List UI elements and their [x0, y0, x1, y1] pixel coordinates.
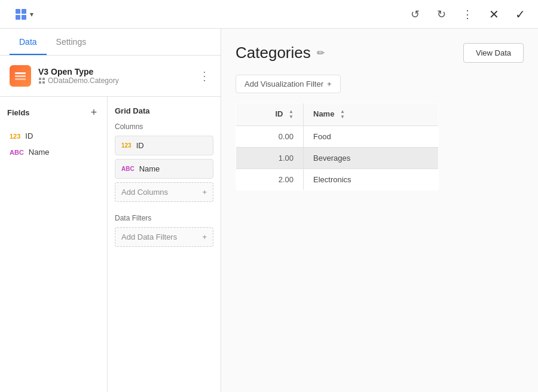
add-field-button[interactable]: +: [88, 106, 100, 118]
view-data-button[interactable]: View Data: [463, 43, 524, 63]
datasource-title: V3 Open Type: [38, 67, 191, 76]
svg-rect-1: [22, 9, 26, 14]
redo-button[interactable]: ↻: [433, 6, 450, 23]
add-vis-filter-label: Add Visualization Filter: [244, 79, 323, 88]
confirm-button[interactable]: ✓: [512, 6, 528, 23]
field-type-num-icon: 123: [10, 133, 20, 140]
chip-type-abc-icon: ABC: [121, 166, 134, 172]
field-item-name[interactable]: ABC Name: [7, 144, 100, 160]
svg-rect-4: [15, 72, 26, 74]
top-bar: ▾ ↺ ↻ ⋮ ✕ ✓: [0, 0, 538, 29]
add-columns-button[interactable]: Add Columns +: [115, 182, 213, 202]
svg-rect-6: [15, 78, 26, 80]
add-filters-plus-icon: +: [202, 232, 207, 241]
column-name-label: Name: [313, 109, 334, 118]
main-layout: Data Settings V3 Open Type: [0, 29, 538, 392]
column-header-id[interactable]: ID ▲▼: [236, 103, 304, 126]
datasource-subtitle: ODataDemo.Category: [38, 76, 191, 85]
add-vis-filter-plus-icon: +: [327, 79, 332, 88]
fields-header: Fields +: [7, 106, 100, 118]
svg-rect-9: [39, 81, 41, 84]
close-button[interactable]: ✕: [485, 6, 502, 23]
field-name-name: Name: [29, 148, 50, 157]
title-area: Categories ✏: [236, 44, 325, 62]
column-chip-id[interactable]: 123 ID: [115, 136, 213, 155]
svg-rect-2: [16, 15, 20, 20]
chip-type-num-icon: 123: [121, 142, 132, 149]
field-item-id[interactable]: 123 ID: [7, 128, 100, 144]
right-panel: Categories ✏ View Data Add Visualization…: [221, 29, 538, 392]
filter-bar: Add Visualization Filter +: [236, 75, 524, 93]
column-chip-name[interactable]: ABC Name: [115, 159, 213, 179]
tabs: Data Settings: [0, 29, 221, 56]
table-header-row: ID ▲▼ Name ▲▼: [236, 103, 439, 126]
chip-label-name: Name: [139, 164, 160, 173]
svg-rect-3: [22, 15, 26, 20]
svg-rect-5: [15, 75, 26, 77]
column-id-label: ID: [275, 109, 283, 118]
fields-column: Fields + 123 ID ABC Name: [0, 97, 108, 392]
data-filters-section: Data Filters Add Data Filters +: [115, 214, 213, 247]
svg-rect-7: [39, 78, 41, 80]
svg-rect-8: [42, 78, 45, 80]
add-filters-button[interactable]: Add Data Filters +: [115, 227, 213, 247]
cell-id-1: 1.00: [236, 148, 304, 169]
data-filters-title: Data Filters: [115, 214, 213, 222]
page-title: Categories: [236, 44, 311, 62]
cell-id-0: 0.00: [236, 126, 304, 148]
tab-data[interactable]: Data: [10, 29, 47, 55]
sort-arrows-name: ▲▼: [340, 109, 345, 120]
sort-arrows-id: ▲▼: [289, 109, 294, 120]
datasource-text: V3 Open Type ODataDemo.Category: [38, 67, 191, 85]
table-icon: [38, 77, 45, 84]
left-content: Fields + 123 ID ABC Name Grid Data Colum…: [0, 97, 221, 392]
table-row: 2.00 Electronics: [236, 169, 439, 191]
grid-data-title: Grid Data: [115, 106, 213, 115]
add-columns-label: Add Columns: [121, 188, 168, 197]
left-panel: Data Settings V3 Open Type: [0, 29, 221, 392]
chevron-down-icon: ▾: [30, 10, 33, 19]
more-options-button[interactable]: ⋮: [459, 6, 476, 23]
grid-view-button[interactable]: ▾: [10, 5, 38, 23]
column-header-name[interactable]: Name ▲▼: [304, 103, 439, 126]
datasource-menu-button[interactable]: ⋮: [198, 69, 211, 83]
grid-icon: [14, 8, 27, 21]
add-filters-label: Add Data Filters: [121, 232, 177, 241]
cell-name-1: Beverages: [304, 148, 439, 169]
top-bar-left: ▾: [10, 5, 38, 23]
undo-button[interactable]: ↺: [406, 6, 423, 23]
fields-title: Fields: [7, 108, 30, 117]
grid-data-column: Grid Data Columns 123 ID ABC Name Add Co…: [108, 97, 221, 392]
categories-table: ID ▲▼ Name ▲▼ 0.00 Food: [236, 103, 439, 191]
top-bar-right: ↺ ↻ ⋮ ✕ ✓: [406, 6, 528, 23]
datasource-icon: [10, 65, 31, 87]
svg-rect-10: [42, 81, 45, 84]
svg-rect-0: [16, 9, 20, 14]
cell-name-0: Food: [304, 126, 439, 148]
right-header: Categories ✏ View Data: [236, 43, 524, 63]
columns-section-title: Columns: [115, 122, 213, 131]
add-columns-plus-icon: +: [202, 188, 207, 197]
cell-name-2: Electronics: [304, 169, 439, 191]
datasource-info: V3 Open Type ODataDemo.Category ⋮: [0, 56, 221, 97]
table-row: 0.00 Food: [236, 126, 439, 148]
field-type-abc-icon: ABC: [10, 149, 24, 156]
table-row: 1.00 Beverages: [236, 148, 439, 169]
tab-settings[interactable]: Settings: [47, 29, 96, 55]
add-visualization-filter-button[interactable]: Add Visualization Filter +: [236, 75, 341, 93]
chip-label-id: ID: [136, 141, 144, 150]
field-name-id: ID: [25, 131, 33, 140]
cell-id-2: 2.00: [236, 169, 304, 191]
edit-title-icon[interactable]: ✏: [317, 47, 325, 59]
